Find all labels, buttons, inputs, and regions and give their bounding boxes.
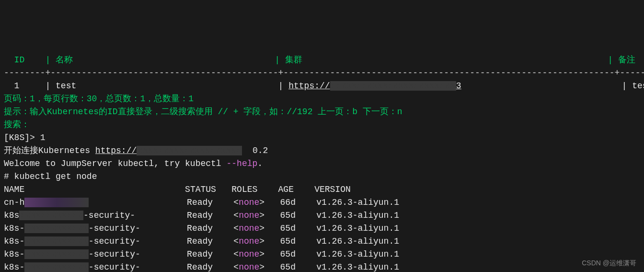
- hdr-status: STATUS: [185, 185, 216, 194]
- hdr-age: AGE: [278, 185, 294, 194]
- node-row: k8s-xxxxxxxxxxxx-security- Ready <none> …: [4, 224, 399, 233]
- watermark: CSDN @运维潇哥: [582, 258, 636, 268]
- row-id: 1: [14, 81, 20, 91]
- node-row: k8s-xxxxxxxxxxxx-security- Ready <none> …: [4, 249, 399, 259]
- table-header-row: ID | 名称 | 集群 | 备注: [4, 55, 635, 65]
- node-row: k8sxxxxxxxxxxxx-security- Ready <none> 6…: [4, 211, 399, 220]
- node-row: k8s-xxxxxxxxxxxx-security- Ready <none> …: [4, 237, 399, 246]
- hdr-name: NAME: [4, 185, 24, 194]
- col-remark: 备注: [618, 55, 635, 65]
- prompt-input: 1: [40, 133, 46, 142]
- node-row: k8s-xxxxxxxxxxxx-security- Ready <none> …: [4, 262, 399, 272]
- hdr-roles: ROLES: [231, 185, 257, 194]
- col-cluster: 集群: [285, 55, 302, 65]
- node-rows-container: cn-hxxxxxxxxxxxx Ready <none> 66d v1.26.…: [4, 196, 640, 272]
- pagination-line: 页码：1，每页行数：30，总页数：1，总数量：1: [4, 94, 194, 104]
- shell-prompt: [K8S]>: [4, 133, 40, 142]
- hdr-version: VERSION: [314, 185, 351, 194]
- search-line: 搜索：: [4, 120, 30, 130]
- col-name: 名称: [56, 55, 73, 65]
- node-row: cn-hxxxxxxxxxxxx Ready <none> 66d v1.26.…: [4, 198, 399, 207]
- node-table-header: NAME STATUS ROLES AGE VERSION: [4, 185, 351, 194]
- prompt-line[interactable]: [K8S]> 1: [4, 133, 45, 142]
- col-id: ID: [14, 55, 25, 65]
- connecting-line: 开始连接Kubernetes https://xxxxxxxxxxxxxxxxx…: [4, 146, 268, 155]
- command-line: # kubectl get node: [4, 172, 97, 181]
- table-divider: --------+-------------------------------…: [4, 68, 644, 78]
- table-row: 1 | test | https://xxxxxxxxxxxxxxxxxxxxx…: [4, 81, 644, 91]
- row-remark: test: [632, 81, 644, 91]
- hint-line: 提示：输入Kubernetes的ID直接登录，二级搜索使用 // + 字段，如：…: [4, 107, 402, 117]
- welcome-line: Welcome to JumpServer kubectl, try kubec…: [4, 159, 263, 168]
- row-cluster-url: https://: [288, 81, 330, 91]
- terminal-output[interactable]: ID | 名称 | 集群 | 备注 --------+-------------…: [4, 54, 640, 272]
- row-name: test: [56, 81, 76, 91]
